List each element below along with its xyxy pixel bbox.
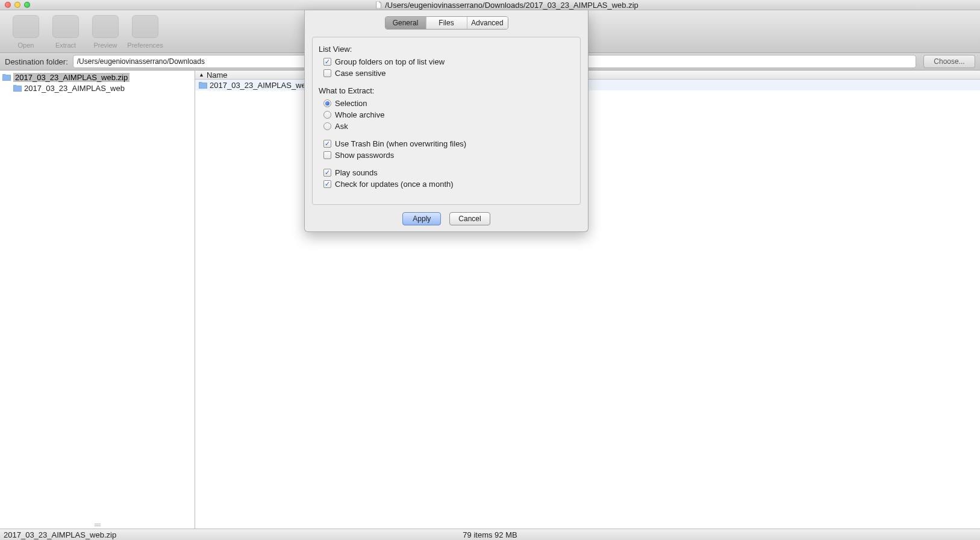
tree-row[interactable]: 2017_03_23_AIMPLAS_web.zip <box>0 72 195 83</box>
dialog-buttons: Apply Cancel <box>305 212 588 225</box>
status-bar: 2017_03_23_AIMPLAS_web.zip 79 items 92 M… <box>0 529 980 540</box>
radio-icon <box>323 99 331 107</box>
checkbox-label: Group folders on top of list view <box>335 57 445 66</box>
list-view-section-label: List View: <box>319 45 574 54</box>
apply-button[interactable]: Apply <box>402 212 441 225</box>
tab-files[interactable]: Files <box>426 17 467 29</box>
what-extract-section-label: What to Extract: <box>319 86 574 95</box>
tree-row-label: 2017_03_23_AIMPLAS_web.zip <box>13 73 130 82</box>
checkbox-check-updates[interactable]: ✓ Check for updates (once a month) <box>319 180 574 189</box>
toolbar-preview-label: Preview <box>93 42 117 49</box>
radio-whole-archive[interactable]: Whole archive <box>319 110 574 119</box>
toolbar-extract-label: Extract <box>55 42 76 49</box>
checkbox-icon: ✓ <box>323 180 331 188</box>
window-title: /Users/eugeniovinasserrano/Downloads/201… <box>385 1 638 10</box>
sort-ascending-icon: ▲ <box>199 72 204 78</box>
document-icon <box>375 1 382 8</box>
toolbar-preferences[interactable]: Preferences <box>125 10 165 49</box>
preferences-tabs: General Files Advanced <box>385 16 508 30</box>
tree-row[interactable]: 2017_03_23_AIMPLAS_web <box>0 83 195 93</box>
radio-label: Ask <box>335 122 348 131</box>
checkbox-label: Use Trash Bin (when overwriting files) <box>335 139 466 148</box>
radio-selection[interactable]: Selection <box>319 99 574 108</box>
preferences-icon <box>132 15 158 38</box>
sidebar: 2017_03_23_AIMPLAS_web.zip 2017_03_23_AI… <box>0 71 195 529</box>
preferences-dialog: General Files Advanced List View: ✓ Grou… <box>304 10 588 232</box>
extract-icon <box>52 15 79 38</box>
window-close-button[interactable] <box>5 2 11 8</box>
checkbox-icon <box>323 69 331 77</box>
checkbox-play-sounds[interactable]: ✓ Play sounds <box>319 168 574 177</box>
toolbar-open[interactable]: Open <box>6 10 46 49</box>
checkbox-icon: ✓ <box>323 169 331 177</box>
tab-general[interactable]: General <box>385 17 426 29</box>
window-minimize-button[interactable] <box>14 2 20 8</box>
open-icon <box>13 15 39 38</box>
column-header-label: Name <box>207 71 228 80</box>
folder-icon <box>199 82 207 89</box>
checkbox-icon: ✓ <box>323 140 331 148</box>
folder-icon <box>2 74 11 81</box>
preferences-panel: List View: ✓ Group folders on top of lis… <box>312 37 581 205</box>
folder-icon <box>13 85 22 92</box>
checkbox-label: Check for updates (once a month) <box>335 180 454 189</box>
radio-label: Selection <box>335 99 367 108</box>
checkbox-label: Play sounds <box>335 168 378 177</box>
destination-label: Destination folder: <box>5 57 68 66</box>
checkbox-label: Case sensitive <box>335 69 386 78</box>
list-row-label: 2017_03_23_AIMPLAS_web <box>210 81 310 90</box>
titlebar: /Users/eugeniovinasserrano/Downloads/201… <box>0 0 980 10</box>
toolbar-open-label: Open <box>18 42 34 49</box>
cancel-button[interactable]: Cancel <box>449 212 490 225</box>
checkbox-case-sensitive[interactable]: Case sensitive <box>319 69 574 78</box>
tree-row-label: 2017_03_23_AIMPLAS_web <box>24 84 125 93</box>
toolbar-preferences-label: Preferences <box>127 42 163 49</box>
radio-icon <box>323 122 331 130</box>
tab-advanced[interactable]: Advanced <box>467 17 508 29</box>
radio-label: Whole archive <box>335 110 384 119</box>
checkbox-label: Show passwords <box>335 151 394 160</box>
checkbox-show-passwords[interactable]: Show passwords <box>319 151 574 160</box>
checkbox-group-folders[interactable]: ✓ Group folders on top of list view <box>319 57 574 66</box>
status-left: 2017_03_23_AIMPLAS_web.zip <box>4 530 116 539</box>
toolbar-extract[interactable]: Extract <box>46 10 86 49</box>
checkbox-icon: ✓ <box>323 58 331 66</box>
preview-icon <box>92 15 119 38</box>
checkbox-trash-bin[interactable]: ✓ Use Trash Bin (when overwriting files) <box>319 139 574 148</box>
radio-ask[interactable]: Ask <box>319 122 574 131</box>
sidebar-resize-handle[interactable] <box>95 524 101 526</box>
toolbar-preview[interactable]: Preview <box>86 10 125 49</box>
status-center: 79 items 92 MB <box>463 530 517 539</box>
choose-button[interactable]: Choose... <box>923 55 975 68</box>
radio-icon <box>323 111 331 119</box>
window-zoom-button[interactable] <box>24 2 30 8</box>
checkbox-icon <box>323 151 331 159</box>
